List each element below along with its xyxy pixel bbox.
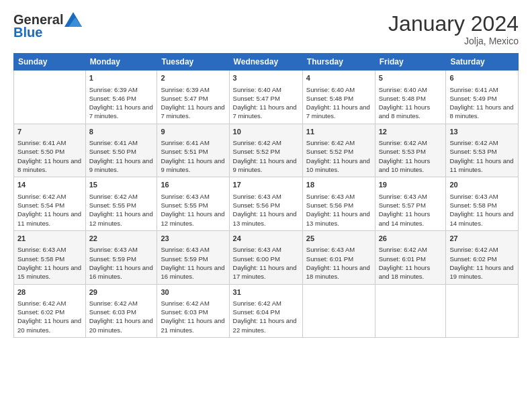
header-cell-thursday: Thursday <box>302 54 375 71</box>
header: General Blue January 2024 Jolja, Mexico <box>13 12 519 46</box>
day-number: 1 <box>89 73 154 83</box>
day-cell: 10Sunrise: 6:42 AMSunset: 5:52 PMDayligh… <box>229 124 302 177</box>
daylight: Daylight: 11 hours and 20 minutes. <box>17 317 81 333</box>
daylight: Daylight: 11 hours and 16 minutes. <box>89 264 153 280</box>
sunrise: Sunrise: 6:43 AM <box>306 193 355 200</box>
sunrise: Sunrise: 6:42 AM <box>161 300 209 307</box>
daylight: Daylight: 11 hours and 11 minutes. <box>17 210 81 226</box>
sunset: Sunset: 6:03 PM <box>89 308 136 316</box>
day-number: 7 <box>17 127 82 137</box>
daylight: Daylight: 11 hours and 12 minutes. <box>161 210 224 226</box>
daylight: Daylight: 11 hours and 14 minutes. <box>379 210 431 226</box>
sunset: Sunset: 5:48 PM <box>306 95 353 102</box>
sunrise: Sunrise: 6:40 AM <box>233 86 281 93</box>
sunset: Sunset: 5:54 PM <box>17 201 64 209</box>
day-number: 14 <box>17 180 82 190</box>
sunset: Sunset: 6:01 PM <box>379 255 426 263</box>
day-number: 11 <box>306 127 371 137</box>
daylight: Daylight: 11 hours and 11 minutes. <box>449 157 513 173</box>
sunset: Sunset: 5:52 PM <box>233 148 280 155</box>
header-cell-friday: Friday <box>375 54 446 71</box>
sunrise: Sunrise: 6:42 AM <box>233 139 281 146</box>
day-cell: 24Sunrise: 6:43 AMSunset: 6:00 PMDayligh… <box>229 230 302 284</box>
sunset: Sunset: 6:02 PM <box>449 255 496 263</box>
daylight: Daylight: 11 hours and 7 minutes. <box>306 103 370 120</box>
sunrise: Sunrise: 6:43 AM <box>233 246 281 253</box>
header-cell-sunday: Sunday <box>14 54 86 71</box>
header-cell-saturday: Saturday <box>446 54 519 71</box>
day-cell: 17Sunrise: 6:43 AMSunset: 5:56 PMDayligh… <box>229 177 302 231</box>
day-number: 30 <box>161 287 225 298</box>
day-cell: 4Sunrise: 6:40 AMSunset: 5:48 PMDaylight… <box>302 71 375 124</box>
sunrise: Sunrise: 6:43 AM <box>161 246 209 253</box>
day-number: 9 <box>161 127 225 137</box>
day-number: 6 <box>449 73 515 83</box>
day-number: 20 <box>449 180 515 190</box>
daylight: Daylight: 11 hours and 12 minutes. <box>89 210 153 226</box>
day-number: 19 <box>379 180 443 190</box>
title-block: January 2024 Jolja, Mexico <box>388 12 519 46</box>
page: General Blue January 2024 Jolja, Mexico … <box>0 0 532 411</box>
daylight: Daylight: 11 hours and 9 minutes. <box>89 157 153 173</box>
logo: General Blue <box>13 12 82 40</box>
day-cell: 19Sunrise: 6:43 AMSunset: 5:57 PMDayligh… <box>375 177 446 231</box>
day-cell: 8Sunrise: 6:41 AMSunset: 5:50 PMDaylight… <box>85 124 157 177</box>
sunrise: Sunrise: 6:43 AM <box>89 246 138 253</box>
day-number: 28 <box>17 287 82 298</box>
day-cell <box>302 284 375 338</box>
daylight: Daylight: 11 hours and 8 minutes. <box>449 103 513 120</box>
day-cell: 21Sunrise: 6:43 AMSunset: 5:58 PMDayligh… <box>14 230 86 284</box>
calendar-table: SundayMondayTuesdayWednesdayThursdayFrid… <box>13 53 519 338</box>
daylight: Daylight: 11 hours and 7 minutes. <box>233 103 297 120</box>
sunrise: Sunrise: 6:43 AM <box>379 193 427 200</box>
day-number: 27 <box>449 234 515 244</box>
day-number: 25 <box>306 234 371 244</box>
sunrise: Sunrise: 6:41 AM <box>161 139 209 146</box>
day-number: 21 <box>17 234 82 244</box>
day-cell: 18Sunrise: 6:43 AMSunset: 5:56 PMDayligh… <box>302 177 375 231</box>
sunrise: Sunrise: 6:41 AM <box>89 139 138 146</box>
sunrise: Sunrise: 6:42 AM <box>379 139 427 146</box>
day-cell: 31Sunrise: 6:42 AMSunset: 6:04 PMDayligh… <box>229 284 302 338</box>
sunrise: Sunrise: 6:42 AM <box>449 139 498 146</box>
sunset: Sunset: 5:59 PM <box>161 255 208 263</box>
sunrise: Sunrise: 6:43 AM <box>17 246 66 253</box>
sunrise: Sunrise: 6:42 AM <box>17 300 66 307</box>
header-cell-wednesday: Wednesday <box>229 54 302 71</box>
daylight: Daylight: 11 hours and 9 minutes. <box>233 157 297 173</box>
day-cell: 3Sunrise: 6:40 AMSunset: 5:47 PMDaylight… <box>229 71 302 124</box>
day-cell: 28Sunrise: 6:42 AMSunset: 6:02 PMDayligh… <box>14 284 86 338</box>
sunrise: Sunrise: 6:42 AM <box>233 300 281 307</box>
daylight: Daylight: 11 hours and 20 minutes. <box>89 317 153 333</box>
day-number: 8 <box>89 127 154 137</box>
daylight: Daylight: 11 hours and 22 minutes. <box>233 317 297 333</box>
daylight: Daylight: 11 hours and 10 minutes. <box>379 157 431 173</box>
sunrise: Sunrise: 6:42 AM <box>449 246 498 253</box>
daylight: Daylight: 11 hours and 10 minutes. <box>306 157 370 173</box>
sunrise: Sunrise: 6:40 AM <box>306 86 355 93</box>
sunrise: Sunrise: 6:43 AM <box>306 246 355 253</box>
day-number: 22 <box>89 234 154 244</box>
day-cell: 20Sunrise: 6:43 AMSunset: 5:58 PMDayligh… <box>446 177 519 231</box>
daylight: Daylight: 11 hours and 14 minutes. <box>449 210 513 226</box>
daylight: Daylight: 11 hours and 8 minutes. <box>17 157 81 173</box>
week-row-4: 21Sunrise: 6:43 AMSunset: 5:58 PMDayligh… <box>14 230 519 284</box>
sunset: Sunset: 5:56 PM <box>233 201 280 209</box>
day-number: 26 <box>379 234 443 244</box>
header-row: SundayMondayTuesdayWednesdayThursdayFrid… <box>14 54 519 71</box>
week-row-3: 14Sunrise: 6:42 AMSunset: 5:54 PMDayligh… <box>14 177 519 231</box>
sunset: Sunset: 5:49 PM <box>449 95 496 102</box>
sunset: Sunset: 5:57 PM <box>379 201 426 209</box>
sunrise: Sunrise: 6:42 AM <box>379 246 427 253</box>
sunset: Sunset: 5:52 PM <box>306 148 353 155</box>
day-number: 16 <box>161 180 225 190</box>
day-cell: 30Sunrise: 6:42 AMSunset: 6:03 PMDayligh… <box>157 284 229 338</box>
day-number: 3 <box>233 73 299 83</box>
day-number: 24 <box>233 234 299 244</box>
sunset: Sunset: 5:56 PM <box>306 201 353 209</box>
day-cell: 1Sunrise: 6:39 AMSunset: 5:46 PMDaylight… <box>85 71 157 124</box>
sunset: Sunset: 5:55 PM <box>161 201 208 209</box>
sunset: Sunset: 6:04 PM <box>233 308 280 316</box>
sunset: Sunset: 5:50 PM <box>89 148 136 155</box>
sunset: Sunset: 5:50 PM <box>17 148 64 155</box>
